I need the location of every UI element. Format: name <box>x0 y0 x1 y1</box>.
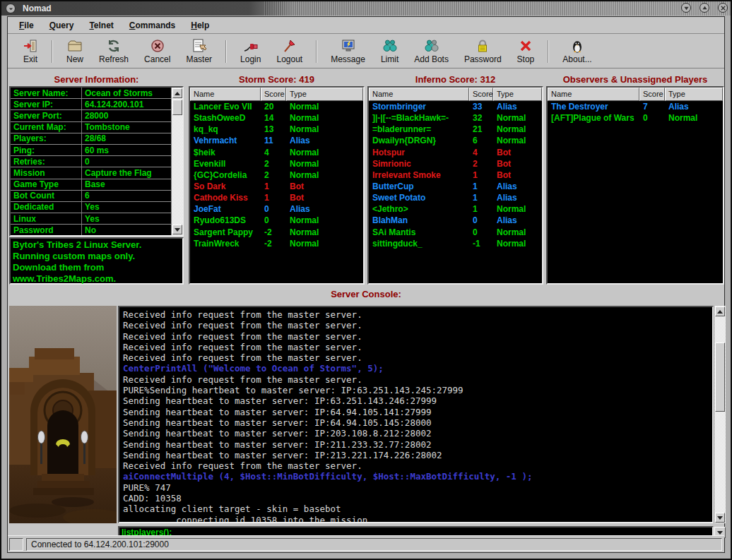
player-name: Sargent Pappy <box>190 227 261 238</box>
column-header-score[interactable]: Score <box>639 88 665 101</box>
player-type: Bot <box>286 181 363 192</box>
player-row[interactable]: Dwailyn{DRGN}6Normal <box>369 135 542 146</box>
player-row[interactable]: sittingduck_-1Normal <box>369 238 542 249</box>
player-row[interactable]: kq_kq13Normal <box>190 124 363 135</box>
lock-icon <box>475 38 490 54</box>
column-header-name[interactable]: Name <box>369 88 469 101</box>
player-score: 11 <box>261 135 286 146</box>
player-row[interactable]: {GC}Cordelia2Normal <box>190 169 363 181</box>
login-button[interactable]: Login <box>234 37 267 65</box>
minimize-button[interactable] <box>681 3 691 13</box>
refresh-button[interactable]: Refresh <box>93 37 135 65</box>
about-button[interactable]: About... <box>556 37 598 65</box>
new-button[interactable]: New <box>60 37 90 65</box>
player-row[interactable]: So Dark1Bot <box>190 181 363 192</box>
player-row[interactable]: Hotspur4Bot <box>369 147 542 158</box>
player-row[interactable]: Lancer Evo VII20Normal <box>190 101 363 112</box>
password-button[interactable]: Password <box>458 37 508 65</box>
logout-button[interactable]: Logout <box>270 37 309 65</box>
scroll-up-button[interactable] <box>172 88 182 98</box>
player-name: So Dark <box>190 181 261 192</box>
arrow-down-icon <box>175 228 180 232</box>
console-line: PURE%Sending heartbeat to master server:… <box>123 385 712 395</box>
player-row[interactable]: [AFT]Plague of Wars0Normal <box>548 112 723 124</box>
player-score: 1 <box>469 169 493 181</box>
player-row[interactable]: Cathode Kiss1Bot <box>190 192 363 203</box>
player-name: $heik <box>190 147 261 158</box>
menu-item-help[interactable]: Help <box>191 20 209 30</box>
player-row[interactable]: Ryudo613DS0Normal <box>190 215 363 226</box>
menu-item-telnet[interactable]: Telnet <box>89 20 113 30</box>
add-bots-button[interactable]: Add Bots <box>408 37 455 65</box>
player-row[interactable]: Simrionic2Bot <box>369 158 542 169</box>
console-line: Sending heartbeat to master server: IP:6… <box>123 407 712 417</box>
menu-item-commands[interactable]: Commands <box>129 20 175 30</box>
minimize-icon <box>683 5 690 11</box>
player-row[interactable]: Sargent Pappy-2Normal <box>190 227 363 238</box>
player-row[interactable]: JoeFat0Alias <box>190 203 363 215</box>
player-score: 1 <box>469 192 493 203</box>
console-scroll-down-button[interactable] <box>715 513 725 523</box>
console-line: Received info request from the master se… <box>123 331 712 342</box>
stop-button[interactable]: Stop <box>511 37 541 65</box>
player-score: 4 <box>261 147 286 158</box>
player-row[interactable]: The Destroyer7Alias <box>548 101 723 112</box>
player-type: Normal <box>493 112 542 124</box>
menu-item-file[interactable]: File <box>19 20 34 30</box>
console-scroll-up-button[interactable] <box>715 306 725 316</box>
player-row[interactable]: SAi Mantis0Normal <box>369 227 542 238</box>
player-name: SAi Mantis <box>369 227 469 238</box>
player-row[interactable]: StashOweeD14Normal <box>190 112 363 124</box>
app-client-area: FileQueryTelnetCommandsHelp ExitNewRefre… <box>7 16 725 553</box>
player-row[interactable]: Stormbringer33Alias <box>369 101 542 112</box>
menu-item-query[interactable]: Query <box>49 20 74 30</box>
server-info-label: Current Map: <box>11 122 81 132</box>
window-menu-button[interactable] <box>6 4 16 13</box>
player-score: -1 <box>469 238 493 249</box>
player-row[interactable]: <Jethro>1Normal <box>369 203 542 215</box>
console-line: Received info request from the master se… <box>123 352 712 363</box>
window-menu-icon <box>8 6 14 12</box>
close-button[interactable] <box>718 3 728 13</box>
player-list-inferno: NameScoreTypeStormbringer33Alias]|-|[--=… <box>367 86 543 285</box>
player-row[interactable]: ]|-|[--=BlackHawk=-32Normal <box>369 112 542 124</box>
player-row[interactable]: Irrelevant Smoke1Bot <box>369 169 542 181</box>
limit-button[interactable]: Limit <box>374 37 405 65</box>
maximize-button[interactable] <box>699 3 709 13</box>
player-type: Normal <box>493 135 542 146</box>
message-button[interactable]: Message <box>324 37 372 65</box>
player-row[interactable]: Evenkill2Normal <box>190 158 363 169</box>
server-info-label: Mission <box>11 168 81 178</box>
player-score: 7 <box>639 101 665 112</box>
column-header-name[interactable]: Name <box>190 88 261 101</box>
player-row[interactable]: TrainWreck-2Normal <box>190 238 363 249</box>
server-description: Bytor's Tribes 2 Linux Server. Running c… <box>9 237 184 285</box>
cancel-button[interactable]: Cancel <box>138 37 177 65</box>
scrollbar-thumb[interactable] <box>172 100 182 115</box>
master-button[interactable]: Master <box>179 37 218 65</box>
toolbar-button-label: Logout <box>276 54 302 64</box>
player-type: Normal <box>286 158 363 169</box>
server-info-value: 60 ms <box>81 145 171 155</box>
player-row[interactable]: BlahMan0Alias <box>369 215 542 226</box>
column-header-type[interactable]: Type <box>493 88 542 101</box>
exit-button[interactable]: Exit <box>16 37 45 65</box>
console-line: Received info request from the master se… <box>123 342 712 352</box>
player-row[interactable]: =bladerunner=21Normal <box>369 124 542 135</box>
server-info-label: Retries: <box>11 157 81 167</box>
column-header-name[interactable]: Name <box>548 88 639 101</box>
console-scrollbar-thumb[interactable] <box>715 342 725 412</box>
player-row[interactable]: Vehrmacht11Alias <box>190 135 363 146</box>
column-header-type[interactable]: Type <box>665 88 723 101</box>
column-header-score[interactable]: Score <box>261 88 286 101</box>
player-row[interactable]: ButterCup1Alias <box>369 181 542 192</box>
player-row[interactable]: Sweet Potato1Alias <box>369 192 542 203</box>
player-row[interactable]: $heik4Normal <box>190 147 363 158</box>
server-info-label: Players: <box>11 133 81 143</box>
scroll-down-button[interactable] <box>172 225 182 234</box>
console-line: Received info request from the master se… <box>123 320 712 330</box>
column-header-type[interactable]: Type <box>286 88 363 101</box>
column-header-score[interactable]: Score <box>469 88 493 101</box>
titlebar[interactable]: Nomad <box>1 1 731 16</box>
console-line: Received info request from the master se… <box>123 460 712 471</box>
